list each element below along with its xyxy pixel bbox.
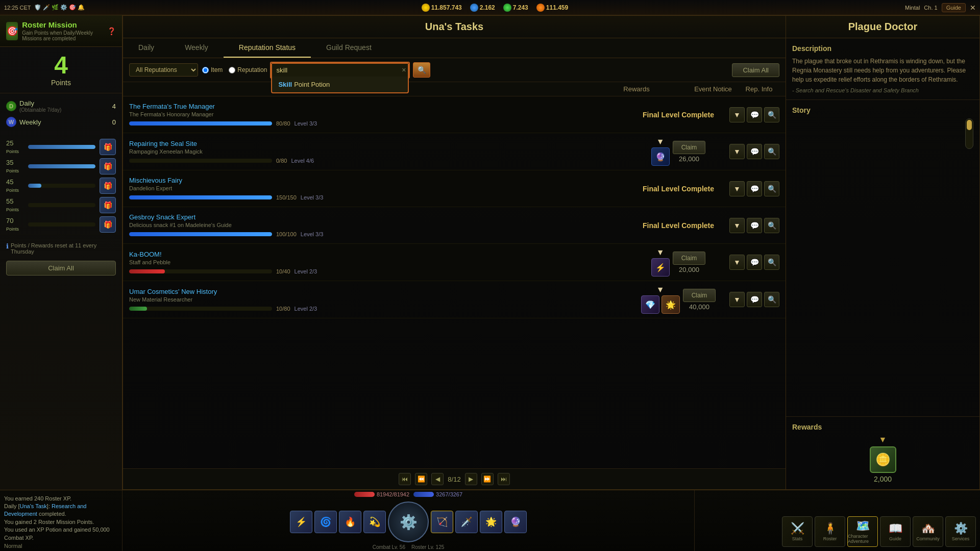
- right-panel: Plague Doctor Description The plague tha…: [786, 16, 979, 489]
- gold-currency: 11.857.743: [422, 4, 462, 12]
- skill-icon-w[interactable]: 🌀: [314, 511, 337, 533]
- weekly-count: 0: [112, 118, 116, 126]
- daily-icon: D: [6, 101, 16, 111]
- story-section: Story: [786, 100, 979, 417]
- story-section-title: Story: [792, 106, 973, 114]
- claim-button[interactable]: Claim: [673, 252, 706, 265]
- skill-icon-q[interactable]: ⚡: [290, 511, 312, 533]
- action-search-btn[interactable]: 🔍: [764, 181, 779, 196]
- missions-list: D Daily (Obtainable 7/day) 4 W Weekly 0: [0, 93, 122, 133]
- action-dropdown-btn[interactable]: ▼: [729, 144, 745, 159]
- daily-sub: (Obtainable 7/day): [19, 107, 61, 113]
- skill-icon-d[interactable]: 🌟: [480, 511, 502, 533]
- page-last-button[interactable]: ⏭: [498, 473, 510, 485]
- page-next-button[interactable]: ▶: [465, 473, 477, 485]
- action-chat-btn[interactable]: 💬: [747, 107, 762, 122]
- action-search-btn[interactable]: 🔍: [764, 292, 779, 307]
- blue-amount: 2.162: [480, 4, 495, 11]
- roster-mission-title: Roster Mission: [22, 20, 103, 29]
- action-search-btn[interactable]: 🔍: [764, 255, 779, 270]
- table-row: Ka-BOOM! Staff and Pebble 10/40 Level 2/…: [123, 244, 786, 281]
- search-clear-button[interactable]: ×: [402, 66, 406, 74]
- channel-display: Ch. 1: [924, 5, 937, 11]
- action-search-btn[interactable]: 🔍: [764, 218, 779, 233]
- action-dropdown-btn[interactable]: ▼: [729, 181, 745, 196]
- reputation-filter-dropdown[interactable]: All Reputations: [129, 63, 198, 77]
- action-dropdown-btn[interactable]: ▼: [729, 255, 745, 270]
- page-prev-button[interactable]: ◀: [431, 473, 444, 485]
- daily-mission-row: D Daily (Obtainable 7/day) 4: [6, 97, 116, 115]
- autocomplete-item-skill-potion[interactable]: Skill Point Potion: [272, 77, 408, 92]
- search-button[interactable]: 🔍: [413, 62, 430, 78]
- bottom-nav: ⚔️ Stats 🧍 Roster 🗺️ Character Adventure…: [694, 490, 980, 551]
- bottom-bar: You earned 240 Roster XP. Daily [Una's T…: [0, 490, 980, 551]
- nav-character-adventure[interactable]: 🗺️ Character Adventure: [847, 516, 878, 547]
- action-chat-btn[interactable]: 💬: [747, 255, 762, 270]
- nav-stats[interactable]: ⚔️ Stats: [782, 516, 813, 547]
- search-input[interactable]: [272, 64, 408, 77]
- currency-display: 11.857.743 2.162 7.243 111.459: [422, 4, 569, 12]
- daily-label: Daily: [19, 99, 61, 107]
- tab-weekly[interactable]: Weekly: [169, 38, 224, 58]
- top-bar-left: 12:25 CET 🛡️ 🗡️ 🌿 ⚙️ 🎯 🔔: [4, 4, 85, 11]
- action-dropdown-btn[interactable]: ▼: [729, 107, 745, 122]
- radio-item[interactable]: Item: [202, 66, 223, 73]
- page-next-next-button[interactable]: ⏩: [481, 473, 494, 485]
- combat-lv-text: Combat Lv. 56: [373, 544, 405, 550]
- daily-count: 4: [112, 103, 116, 110]
- tab-reputation[interactable]: Reputation Status: [224, 38, 311, 58]
- tab-daily[interactable]: Daily: [123, 38, 169, 58]
- action-chat-btn[interactable]: 💬: [747, 292, 762, 307]
- search-bar: All Reputations Item Reputation ×: [123, 58, 786, 82]
- top-bar-right: Mintal Ch. 1 Guide ✕: [905, 3, 976, 12]
- action-dropdown-btn[interactable]: ▼: [729, 292, 745, 307]
- autocomplete-dropdown: Skill Point Potion: [271, 77, 409, 93]
- blue-icon: [470, 4, 478, 12]
- action-search-btn[interactable]: 🔍: [764, 144, 779, 159]
- weekly-mission-row: W Weekly 0: [6, 115, 116, 129]
- table-row: Umar Cosmetics' New History New Material…: [123, 281, 786, 318]
- skill-icon-r[interactable]: 💫: [363, 511, 386, 533]
- column-info: Rep. Info: [739, 85, 779, 93]
- nav-services[interactable]: ⚙️ Services: [945, 516, 976, 547]
- claim-all-sidebar-button[interactable]: Claim All: [6, 261, 116, 276]
- chat-log-panel: You earned 240 Roster XP. Daily [Una's T…: [0, 490, 122, 551]
- tab-guild[interactable]: Guild Request: [311, 38, 387, 58]
- top-bar: 12:25 CET 🛡️ 🗡️ 🌿 ⚙️ 🎯 🔔 11.857.743 2.16…: [0, 0, 980, 15]
- bottom-center: 81942/81942 3267/3267 ⚡ 🌀 🔥 💫 ⚙️ 🏹 🗡️ 🌟 …: [122, 489, 694, 551]
- claim-button[interactable]: Claim: [673, 141, 706, 154]
- roster-mission-subtitle: Gain Points when Daily/Weekly Missions a…: [22, 30, 103, 41]
- reward-arrow: ▼: [879, 435, 887, 444]
- action-chat-btn[interactable]: 💬: [747, 181, 762, 196]
- skill-bar: ⚡ 🌀 🔥 💫 ⚙️ 🏹 🗡️ 🌟 🔮: [290, 502, 527, 542]
- description-section: Description The plague that broke out in…: [786, 38, 979, 100]
- tab-bar: Daily Weekly Reputation Status Guild Req…: [123, 38, 786, 58]
- skill-icon-a[interactable]: 🏹: [431, 511, 453, 533]
- search-type-radio-group: Item Reputation: [202, 66, 267, 73]
- skill-icon-s[interactable]: 🗡️: [455, 511, 478, 533]
- action-chat-btn[interactable]: 💬: [747, 144, 762, 159]
- nav-roster[interactable]: 🧍 Roster: [815, 516, 845, 547]
- claim-all-top-button[interactable]: Claim All: [732, 63, 779, 77]
- skill-icon-f[interactable]: 🔮: [504, 511, 527, 533]
- action-chat-btn[interactable]: 💬: [747, 218, 762, 233]
- page-prev-prev-button[interactable]: ⏪: [415, 473, 427, 485]
- points-number: 4: [6, 53, 116, 78]
- radio-reputation[interactable]: Reputation: [229, 66, 267, 73]
- page-first-button[interactable]: ⏮: [399, 473, 411, 485]
- skill-icon-e[interactable]: 🔥: [339, 511, 361, 533]
- mode-text: Normal: [4, 543, 118, 549]
- action-dropdown-btn[interactable]: ▼: [729, 218, 745, 233]
- rewards-section: Rewards ▼ 🪙 2,000: [786, 417, 979, 489]
- big-reward-amount: 2,000: [874, 475, 892, 483]
- help-icon[interactable]: ❓: [107, 27, 116, 35]
- pagination: ⏮ ⏪ ◀ 8/12 ▶ ⏩ ⏭: [123, 468, 786, 489]
- table-row: Mischievous Fairy Dandelion Expert 150/1…: [123, 170, 786, 207]
- action-search-btn[interactable]: 🔍: [764, 107, 779, 122]
- claim-button[interactable]: Claim: [683, 289, 716, 302]
- close-icon[interactable]: ✕: [970, 4, 976, 12]
- nav-community[interactable]: 🏘️ Community: [913, 516, 943, 547]
- nav-guide[interactable]: 📖 Guide: [880, 516, 911, 547]
- guide-button[interactable]: Guide: [942, 3, 966, 12]
- green-currency: 7.243: [503, 4, 528, 12]
